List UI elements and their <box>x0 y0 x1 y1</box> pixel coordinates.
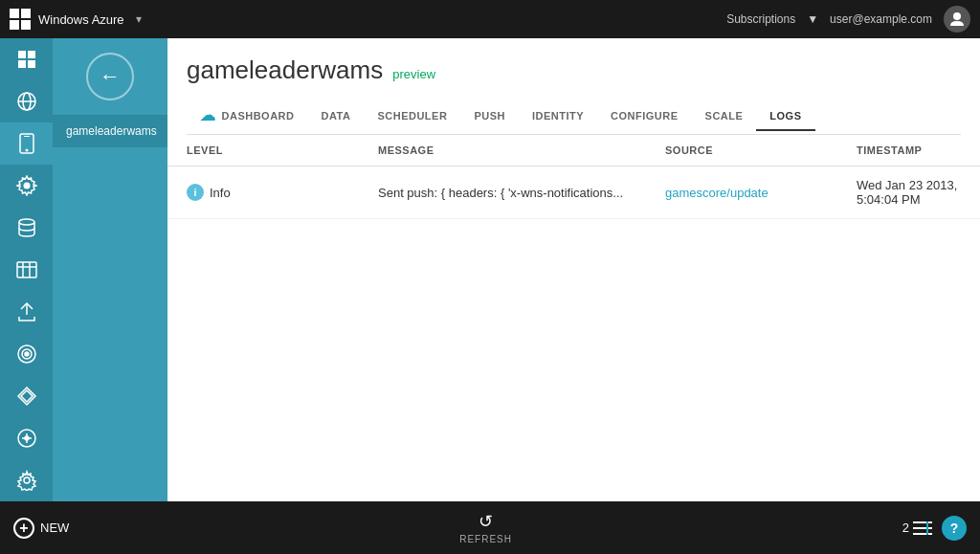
svg-rect-10 <box>24 136 30 137</box>
bottom-right: 2 ? <box>902 516 967 541</box>
content-title: gameleaderwams preview <box>187 55 961 85</box>
back-button-area: ← <box>53 38 167 115</box>
svg-point-26 <box>25 436 29 440</box>
sidebar-item-export[interactable] <box>0 291 53 333</box>
filter-icon[interactable]: ▼ <box>807 12 818 26</box>
message-cell: Sent push: { headers: { 'x-wns-notificat… <box>359 166 646 219</box>
tabs-bar: ☁ DASHBOARD DATA SCHEDULER PUSH IDENTITY… <box>187 99 961 135</box>
list-icon <box>913 521 932 536</box>
new-label: NEW <box>40 521 69 535</box>
sidebar-item-database[interactable] <box>0 207 53 249</box>
svg-rect-3 <box>18 60 26 68</box>
table-area: LEVEL MESSAGE SOURCE TIMESTAMP i Info <box>167 135 980 501</box>
refresh-button[interactable]: ↺ REFRESH <box>459 511 512 544</box>
source-cell: gamescore/update <box>646 166 837 219</box>
svg-rect-13 <box>17 262 36 277</box>
source-link[interactable]: gamescore/update <box>665 186 768 200</box>
content-header: gameleaderwams preview ☁ DASHBOARD DATA … <box>167 38 980 135</box>
level-value: Info <box>210 186 231 200</box>
svg-rect-28 <box>913 521 932 523</box>
svg-rect-4 <box>28 60 35 68</box>
level-cell: i Info <box>167 166 359 219</box>
sidebar-item-settings[interactable] <box>0 165 53 207</box>
preview-badge: preview <box>392 67 435 81</box>
svg-point-27 <box>24 477 30 483</box>
sidebar-item-diamond[interactable] <box>0 375 53 417</box>
tab-identity[interactable]: IDENTITY <box>519 102 597 131</box>
refresh-icon: ↺ <box>479 511 493 532</box>
table-row: i Info Sent push: { headers: { 'x-wns-no… <box>167 166 980 219</box>
content-area: gameleaderwams preview ☁ DASHBOARD DATA … <box>167 38 980 501</box>
tab-push[interactable]: PUSH <box>460 102 519 131</box>
bottom-bar: + NEW ↺ REFRESH 2 ? <box>0 501 980 554</box>
svg-rect-2 <box>28 51 35 58</box>
user-email: user@example.com <box>830 12 932 26</box>
tab-configure[interactable]: CONFIGURE <box>597 102 692 131</box>
col-timestamp: TIMESTAMP <box>837 135 980 166</box>
help-button[interactable]: ? <box>942 516 967 541</box>
main-area: ← gameleaderwams gameleaderwams preview … <box>0 38 980 501</box>
count-badge: 2 <box>902 521 932 536</box>
avatar[interactable] <box>944 6 970 33</box>
col-source: SOURCE <box>646 135 837 166</box>
timestamp-cell: Wed Jan 23 2013, 5:04:04 PM <box>837 166 980 219</box>
chevron-down-icon[interactable]: ▾ <box>136 12 142 26</box>
top-bar-left: Windows Azure ▾ <box>10 9 142 30</box>
app-title: Windows Azure <box>38 12 124 27</box>
svg-point-11 <box>23 183 30 189</box>
tab-data[interactable]: DATA <box>308 102 365 131</box>
subscriptions-link[interactable]: Subscriptions <box>726 12 795 26</box>
plus-icon: + <box>13 518 34 539</box>
sidebar-item-addon[interactable] <box>0 417 53 459</box>
top-bar: Windows Azure ▾ Subscriptions ▼ user@exa… <box>0 0 980 38</box>
svg-point-20 <box>25 352 29 356</box>
logs-table: LEVEL MESSAGE SOURCE TIMESTAMP i Info <box>167 135 980 219</box>
tab-scheduler[interactable]: SCHEDULER <box>364 102 460 131</box>
sidebar-item-globe[interactable] <box>0 80 53 122</box>
svg-point-12 <box>19 219 34 225</box>
sidebar-item-target[interactable] <box>0 333 53 375</box>
svg-point-9 <box>25 149 28 152</box>
info-icon: i <box>187 184 204 201</box>
svg-rect-1 <box>18 51 26 58</box>
sidebar-item-grid[interactable] <box>0 38 53 80</box>
new-button[interactable]: + NEW <box>13 518 69 539</box>
svg-rect-30 <box>913 533 932 535</box>
windows-logo-icon <box>10 9 31 30</box>
sidebar-item-gear[interactable] <box>0 459 53 501</box>
count-value: 2 <box>902 521 909 535</box>
icon-sidebar <box>0 38 53 501</box>
col-message: MESSAGE <box>359 135 646 166</box>
back-button[interactable]: ← <box>86 53 134 100</box>
sidebar-item-table[interactable] <box>0 249 53 291</box>
app-name: gameleaderwams <box>187 55 383 85</box>
col-level: LEVEL <box>167 135 359 166</box>
refresh-label: REFRESH <box>459 534 512 544</box>
svg-rect-29 <box>913 527 932 529</box>
cloud-icon: ☁ <box>200 106 216 124</box>
sidebar-item-mobile[interactable] <box>0 122 53 165</box>
tab-logs[interactable]: LOGS <box>756 102 814 131</box>
top-bar-right: Subscriptions ▼ user@example.com <box>726 6 970 33</box>
svg-point-0 <box>953 12 961 20</box>
svg-rect-31 <box>926 521 928 535</box>
sidebar-item-gameleaderwams[interactable]: gameleaderwams <box>53 115 167 147</box>
nav-sidebar: ← gameleaderwams <box>53 38 167 501</box>
tab-scale[interactable]: SCALE <box>692 102 757 131</box>
tab-dashboard[interactable]: ☁ DASHBOARD <box>187 99 308 134</box>
